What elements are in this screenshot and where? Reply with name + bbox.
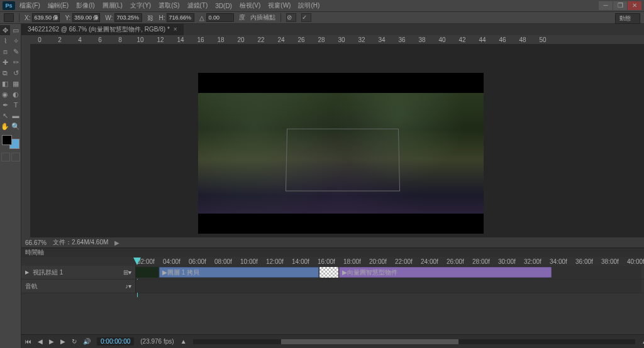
h-input[interactable]	[167, 13, 194, 22]
color-swatch[interactable]	[2, 135, 19, 149]
h-label: H:	[158, 14, 165, 21]
audio-icon[interactable]: ♪▾	[125, 283, 131, 290]
menu-image[interactable]: 影像(I)	[73, 1, 97, 11]
commit-transform-button[interactable]: ✓	[301, 13, 311, 22]
video-clip-2[interactable]: ▶ 向量圖智慧型物件	[339, 267, 552, 278]
blur-tool[interactable]: ◉	[0, 89, 10, 99]
menu-layer[interactable]: 圖層(L)	[99, 1, 126, 11]
options-bar: X: Y: W: ⛓ H: △ 度 內插補點 ⊘ ✓	[0, 11, 644, 24]
tools-panel: ✥ ▭ ⌇ ✧ ⧈ ✎ ✚ ✏ ⧉ ↺ ◧ ▦ ◉ ◐ ✒ T ↖ ▬ ✋ 🔍	[0, 24, 21, 348]
timeline-panel: 時間軸 02:00f04:00f06:00f08:00f10:00f12:00f…	[21, 247, 644, 348]
cancel-transform-button[interactable]: ⊘	[286, 13, 296, 22]
zoom-out-icon[interactable]: ▲	[180, 338, 187, 345]
maximize-button[interactable]: ❐	[613, 1, 627, 10]
track-add-button[interactable]: +	[641, 266, 644, 279]
gradient-tool[interactable]: ▦	[11, 79, 21, 89]
menu-view[interactable]: 檢視(V)	[236, 1, 264, 11]
zoom-in-icon[interactable]: ▲	[641, 338, 644, 345]
wand-tool[interactable]: ✧	[11, 36, 21, 46]
menu-type[interactable]: 文字(Y)	[127, 1, 154, 11]
ruler-horizontal: 0246810121416182022242628303234363840424…	[21, 35, 644, 44]
brush-tool[interactable]: ✏	[11, 57, 21, 67]
zoom-tool[interactable]: 🔍	[11, 121, 21, 131]
hand-tool[interactable]: ✋	[0, 121, 10, 131]
y-input[interactable]	[72, 13, 100, 22]
timeline-zoom-slider[interactable]	[193, 339, 636, 344]
crop-tool[interactable]: ⧈	[0, 46, 10, 57]
foreground-color[interactable]	[2, 135, 12, 145]
timeline-ruler[interactable]: 02:00f04:00f06:00f08:00f10:00f12:00f14:0…	[21, 257, 644, 266]
timecode[interactable]: 0:00:00:00	[97, 337, 134, 345]
track-expand-icon[interactable]: ▶	[25, 269, 29, 275]
x-input[interactable]	[32, 13, 60, 22]
dodge-tool[interactable]: ◐	[11, 89, 21, 99]
interp-label: 內插補點	[250, 13, 275, 22]
zoom-level[interactable]: 66.67%	[25, 239, 47, 246]
audio-add-button[interactable]: +	[641, 280, 644, 293]
menu-filter[interactable]: 濾鏡(T)	[184, 1, 211, 11]
transform-box[interactable]	[286, 129, 400, 192]
menu-edit[interactable]: 編輯(E)	[45, 1, 72, 11]
audio-track: 音軌♪▾ +	[21, 280, 644, 293]
ruler-vertical	[21, 44, 30, 237]
heal-tool[interactable]: ✚	[0, 57, 10, 67]
next-frame-button[interactable]: ▶	[60, 338, 65, 345]
loop-button[interactable]: ↻	[72, 338, 77, 345]
type-tool[interactable]: T	[11, 100, 21, 110]
lasso-tool[interactable]: ⌇	[0, 36, 10, 46]
menu-file[interactable]: 檔案(F)	[16, 1, 43, 11]
prev-frame-button[interactable]: ◀	[38, 338, 43, 345]
clip-thumbnail[interactable]	[136, 267, 158, 278]
transparent-clip[interactable]	[319, 267, 338, 278]
status-arrow-icon[interactable]: ▶	[114, 239, 119, 246]
document-image[interactable]	[198, 73, 484, 234]
eyedropper-tool[interactable]: ✎	[11, 46, 21, 57]
menu-window[interactable]: 視窗(W)	[265, 1, 294, 11]
marquee-tool[interactable]: ▭	[11, 25, 21, 35]
history-brush-tool[interactable]: ↺	[11, 68, 21, 78]
w-input[interactable]	[114, 13, 142, 22]
speaker-icon[interactable]: 🔊	[83, 338, 91, 345]
pen-tool[interactable]: ✒	[0, 100, 10, 110]
move-tool[interactable]: ✥	[0, 25, 10, 35]
stamp-tool[interactable]: ⧉	[0, 68, 10, 78]
close-button[interactable]: ✕	[628, 1, 641, 10]
quickmask-toggle[interactable]	[1, 153, 10, 161]
timeline-title: 時間軸	[25, 248, 44, 257]
menu-3d[interactable]: 3D(D)	[212, 2, 235, 10]
video-clip-1[interactable]: ▶ 圖層 1 拷貝	[159, 267, 319, 278]
clip2-tri: ▶	[342, 269, 347, 276]
screenmode-toggle[interactable]	[11, 153, 20, 161]
window-controls: ─ ❐ ✕	[599, 1, 641, 10]
video-track: ▶視訊群組 1⊞▾ ▶ 圖層 1 拷貝 ▶ 向量圖智慧型物件 +	[21, 266, 644, 280]
app-logo: Ps	[3, 1, 15, 10]
angle-input[interactable]	[206, 13, 234, 22]
eraser-tool[interactable]: ◧	[0, 79, 10, 89]
tab-title: 346221262 @ 66.7% (向量圖智慧型物件, RGB/8) *	[28, 24, 170, 35]
tab-close-icon[interactable]: ×	[174, 24, 177, 35]
tool-preset-icon[interactable]	[4, 13, 14, 22]
workspace-switcher[interactable]: 動態	[615, 13, 640, 24]
document-tab[interactable]: 346221262 @ 66.7% (向量圖智慧型物件, RGB/8) * ×	[21, 24, 184, 35]
path-tool[interactable]: ↖	[0, 111, 10, 121]
menu-bar: Ps 檔案(F) 編輯(E) 影像(I) 圖層(L) 文字(Y) 選取(S) 濾…	[0, 0, 644, 11]
track-add-icon[interactable]: ⊞▾	[123, 269, 131, 276]
track-name: 視訊群組 1	[33, 268, 63, 277]
fps-label: (23.976 fps)	[140, 338, 174, 345]
menu-select[interactable]: 選取(S)	[155, 1, 182, 11]
canvas-area[interactable]	[30, 44, 644, 237]
play-button[interactable]: ▶	[49, 338, 54, 345]
link-icon[interactable]: ⛓	[147, 14, 153, 21]
minimize-button[interactable]: ─	[599, 1, 613, 10]
timeline-footer: ⏮ ◀ ▶ ▶ ↻ 🔊 0:00:00:00 (23.976 fps) ▲ ▲	[21, 334, 644, 348]
doc-info[interactable]: 文件：2.64M/4.60M	[53, 238, 108, 247]
first-frame-button[interactable]: ⏮	[25, 338, 31, 345]
deg-label: 度	[239, 13, 245, 22]
shape-tool[interactable]: ▬	[11, 111, 21, 121]
audio-track-name: 音軌	[25, 282, 38, 291]
document-tabs: 346221262 @ 66.7% (向量圖智慧型物件, RGB/8) * ×	[21, 24, 644, 35]
w-label: W:	[105, 14, 113, 21]
menu-help[interactable]: 說明(H)	[295, 1, 323, 11]
angle-icon: △	[199, 14, 204, 21]
status-bar: 66.67% 文件：2.64M/4.60M ▶	[21, 237, 644, 247]
